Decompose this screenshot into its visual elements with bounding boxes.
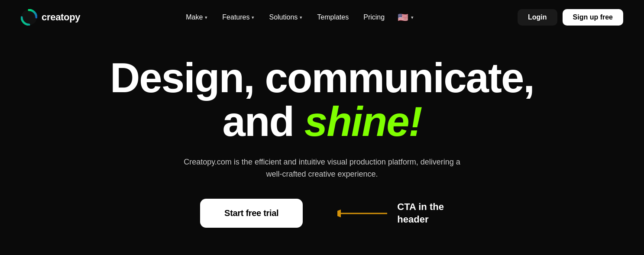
language-selector[interactable]: 🇺🇸 ▾ (393, 10, 418, 25)
chevron-down-icon: ▾ (252, 15, 254, 20)
chevron-down-icon: ▾ (300, 15, 302, 20)
annotation-text: CTA in theheader (397, 201, 444, 226)
start-free-trial-button[interactable]: Start free trial (200, 199, 303, 228)
annotation: CTA in theheader (337, 201, 444, 226)
annotation-arrow-icon (337, 207, 389, 219)
hero-subtitle: Creatopy.com is the efficient and intuit… (175, 156, 469, 181)
chevron-down-icon: ▾ (411, 15, 414, 20)
nav-links: Make ▾ Features ▾ Solutions ▾ Templates … (180, 10, 418, 25)
logo[interactable]: creatopy (21, 9, 80, 26)
nav-item-templates[interactable]: Templates (311, 10, 355, 25)
hero-cta-area: Start free trial CTA in theheader (200, 199, 444, 228)
signup-button[interactable]: Sign up free (563, 9, 623, 26)
hero-section: Design, communicate, and shine! Creatopy… (0, 35, 644, 254)
hero-title-line2: and shine! (110, 100, 534, 144)
logo-wordmark: creatopy (42, 12, 80, 23)
login-button[interactable]: Login (518, 9, 557, 26)
nav-item-solutions[interactable]: Solutions ▾ (263, 10, 308, 25)
nav-item-make[interactable]: Make ▾ (180, 10, 214, 25)
logo-icon (21, 9, 37, 26)
nav-item-pricing[interactable]: Pricing (357, 10, 391, 25)
hero-title-line1: Design, communicate, (110, 56, 534, 100)
flag-icon: 🇺🇸 (398, 12, 408, 23)
hero-title: Design, communicate, and shine! (110, 56, 534, 144)
nav-item-features[interactable]: Features ▾ (216, 10, 260, 25)
hero-shine-word: shine! (304, 98, 422, 145)
navbar: creatopy Make ▾ Features ▾ Solutions ▾ T… (0, 0, 644, 35)
nav-actions: Login Sign up free (518, 9, 623, 26)
chevron-down-icon: ▾ (205, 15, 207, 20)
